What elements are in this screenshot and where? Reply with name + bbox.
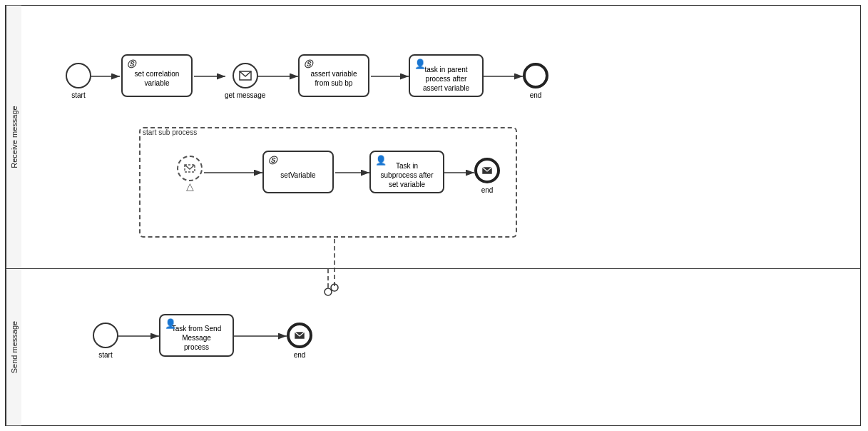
get-message-event: get message — [225, 63, 265, 99]
sub-start-circle — [177, 156, 203, 181]
start-event-1: start — [66, 63, 91, 99]
task-box-in-parent: 👤 task in parentprocess afterassert vari… — [409, 54, 484, 97]
top-lane-label: Receive message — [6, 6, 21, 268]
get-message-label: get message — [225, 91, 265, 99]
envelope-icon-1 — [239, 71, 252, 81]
diagram-container: Receive message — [5, 5, 861, 426]
person-icon-3: 👤 — [165, 318, 176, 329]
end-send-event: end — [287, 323, 312, 359]
end-send-label: end — [294, 351, 306, 359]
envelope-icon-sub — [184, 164, 195, 173]
script-icon-3: Ⓢ — [268, 155, 277, 167]
task-label-in-subprocess: Task insubprocess afterset variable — [381, 161, 434, 189]
task-set-correlation: Ⓢ set correlationvariable — [121, 54, 193, 97]
task-label-set-correlation: set correlationvariable — [135, 69, 180, 88]
sub-escalation-icon: △ — [186, 181, 194, 191]
task-label-in-parent: task in parentprocess afterassert variab… — [423, 65, 469, 93]
task-in-parent: 👤 task in parentprocess afterassert vari… — [409, 54, 484, 97]
envelope-icon-end-sub — [481, 166, 493, 175]
end-sub-event: end — [474, 158, 500, 194]
person-icon-2: 👤 — [375, 155, 387, 166]
start-label-2: start — [98, 351, 112, 359]
end-sub-circle — [474, 158, 500, 183]
end-event-1: end — [523, 63, 548, 99]
person-icon-1: 👤 — [414, 59, 426, 69]
top-lane-content: start Ⓢ set correlationvariable get mess… — [21, 6, 860, 268]
task-box-assert-variable: Ⓢ assert variablefrom sub bp — [298, 54, 369, 97]
start-label-1: start — [71, 91, 85, 99]
end-circle-1 — [523, 63, 548, 88]
envelope-icon-end-send — [294, 331, 305, 340]
start-circle-1 — [66, 63, 91, 88]
task-box-set-variable: Ⓢ setVariable — [262, 151, 334, 193]
task-box-set-correlation: Ⓢ set correlationvariable — [121, 54, 193, 97]
bottom-lane-content: start 👤 Task from SendMessageprocess end — [21, 269, 860, 425]
start-event-2: start — [93, 323, 118, 359]
subprocess-label: start sub process — [143, 128, 197, 136]
task-label-set-variable: setVariable — [280, 171, 315, 180]
bottom-lane-label: Send message — [6, 269, 21, 425]
task-label-assert-variable: assert variablefrom sub bp — [310, 69, 357, 88]
end-sub-label: end — [481, 186, 494, 194]
task-assert-variable: Ⓢ assert variablefrom sub bp — [298, 54, 369, 97]
task-label-send-message: Task from SendMessageprocess — [172, 324, 221, 352]
get-message-circle — [233, 63, 258, 88]
svg-point-17 — [325, 288, 332, 295]
bottom-arrows-svg — [21, 269, 860, 425]
end-send-circle — [287, 323, 312, 348]
end-label-1: end — [530, 91, 542, 99]
task-set-variable: Ⓢ setVariable — [262, 151, 334, 193]
top-lane: Receive message — [6, 6, 860, 269]
script-icon-2: Ⓢ — [304, 59, 312, 71]
task-box-send-message: 👤 Task from SendMessageprocess — [159, 314, 234, 357]
script-icon-1: Ⓢ — [127, 59, 136, 71]
task-box-in-subprocess: 👤 Task insubprocess afterset variable — [369, 151, 444, 193]
start-circle-2 — [93, 323, 118, 348]
sub-start-event: △ — [177, 156, 203, 191]
task-in-subprocess: 👤 Task insubprocess afterset variable — [369, 151, 444, 193]
bottom-lane: Send message start — [6, 269, 860, 425]
task-send-message: 👤 Task from SendMessageprocess — [159, 314, 234, 357]
